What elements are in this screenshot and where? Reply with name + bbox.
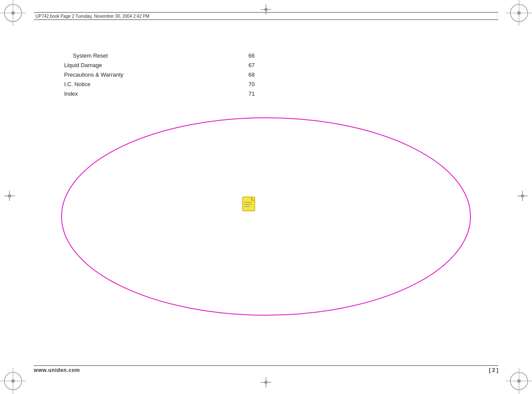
ellipse-decoration [61,117,471,316]
toc-label-precautions: Precautions & Warranty [64,70,123,80]
corner-mark-tr [506,0,532,26]
toc-item-system-reset: System Reset 66 [64,51,255,61]
note-icon [242,196,257,212]
toc-page-system-reset: 66 [249,51,255,61]
header-text: UP742.book Page 2 Tuesday, November 30, … [36,14,149,19]
toc-label-liquid-damage: Liquid Damage [64,61,102,70]
toc-item-liquid-damage: Liquid Damage 67 [64,61,255,70]
svg-point-12 [11,379,15,383]
cross-mark-left [4,191,15,203]
cross-mark-right [517,191,528,203]
toc-label-index: Index [64,89,78,99]
svg-point-16 [517,379,521,383]
corner-mark-tl [0,0,26,26]
toc-item-ic-notice: I.C. Notice 70 [64,80,255,89]
svg-point-30 [62,118,470,315]
toc-section: System Reset 66 Liquid Damage 67 Precaut… [64,51,255,99]
toc-page-index: 71 [249,89,255,99]
toc-label-ic-notice: I.C. Notice [64,80,91,89]
corner-mark-br [506,368,532,394]
svg-point-8 [517,11,521,15]
toc-item-index: Index 71 [64,89,255,99]
cross-mark-bottom [261,377,271,390]
corner-mark-bl [0,368,26,394]
toc-item-precautions: Precautions & Warranty 68 [64,70,255,80]
svg-point-3 [11,11,15,15]
header-bar: UP742.book Page 2 Tuesday, November 30, … [34,12,498,20]
toc-page-liquid-damage: 67 [249,61,255,70]
toc-page-ic-notice: 70 [249,80,255,89]
toc-page-precautions: 68 [249,70,255,80]
footer-line [34,365,498,366]
footer-left: www.uniden.com [34,367,80,373]
footer-right: [ 2 ] [489,367,498,373]
toc-label-system-reset: System Reset [73,51,108,61]
